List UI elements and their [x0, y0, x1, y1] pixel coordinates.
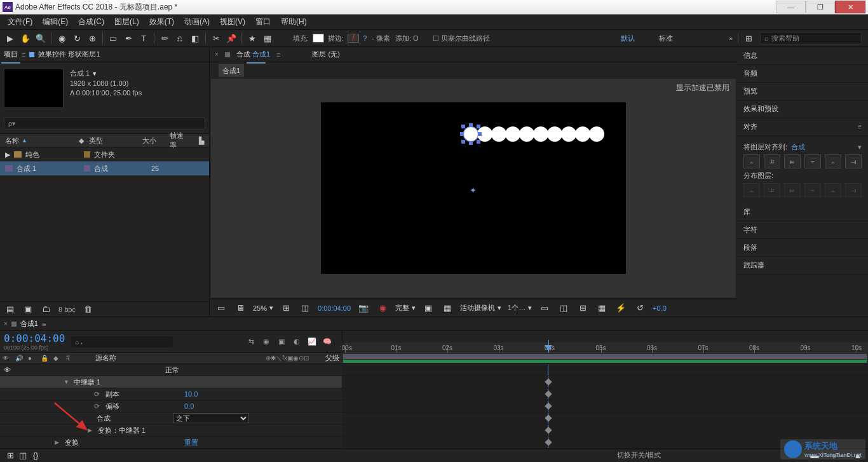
zoom-dropdown[interactable]: 25% ▾: [253, 304, 273, 312]
viewer-tab-comp[interactable]: 合成 合成1: [236, 50, 270, 59]
camera-dropdown[interactable]: 活动摄像机 ▾: [460, 303, 501, 313]
help-search-input[interactable]: ⌕ 搜索帮助: [760, 32, 862, 44]
close-button[interactable]: ✕: [835, 1, 865, 13]
view-count-dropdown[interactable]: 1个… ▾: [508, 303, 532, 313]
tab-project[interactable]: 项目: [4, 50, 18, 59]
brain-icon[interactable]: 🧠: [322, 336, 333, 348]
eye-icon[interactable]: 👁: [4, 366, 11, 374]
pen-tool-icon[interactable]: ✒: [122, 32, 135, 44]
timeline-icon[interactable]: ↺: [634, 302, 646, 315]
bpc-toggle[interactable]: 8 bpc: [57, 306, 77, 313]
index-col[interactable]: #: [66, 355, 75, 362]
dropdown-icon[interactable]: ▼: [92, 71, 97, 77]
canvas-area[interactable]: 显示加速已禁用 ✦: [211, 79, 736, 297]
search-panel-icon[interactable]: ⊞: [742, 32, 755, 44]
panel-library[interactable]: 库: [737, 203, 868, 221]
panel-menu-icon[interactable]: ≡: [858, 123, 862, 130]
view3-icon[interactable]: ⊞: [576, 302, 589, 315]
lock-col-icon[interactable]: 🔒: [41, 355, 50, 362]
workspace-standard[interactable]: 标准: [658, 34, 674, 43]
selection-handle[interactable]: [469, 123, 473, 127]
mask-toggle-icon[interactable]: ◫: [299, 302, 311, 315]
dist-left-button[interactable]: ⫠: [743, 183, 760, 197]
align-to-dropdown[interactable]: 合成: [791, 142, 805, 152]
menu-view[interactable]: 视图(V): [215, 15, 250, 29]
stroke-width[interactable]: ?: [362, 34, 368, 42]
tab-close-icon[interactable]: ×: [215, 51, 219, 58]
current-time[interactable]: 0:00:04:00: [318, 304, 351, 312]
expand-arrow-icon[interactable]: ▶: [55, 439, 62, 445]
panel-align[interactable]: 对齐≡: [737, 118, 868, 136]
brush-tool-icon[interactable]: ✏: [158, 32, 171, 44]
property-value[interactable]: 10.0: [178, 390, 198, 398]
timeline-property-row[interactable]: ▶变换：中继器 1: [0, 425, 342, 437]
timecode-display[interactable]: 0:00:04:00: [4, 332, 65, 344]
timeline-tab[interactable]: 合成1: [20, 319, 38, 329]
rect-tool-icon[interactable]: ▭: [107, 32, 119, 44]
expand-icon[interactable]: ▶: [5, 151, 10, 159]
star-icon[interactable]: ★: [246, 32, 259, 44]
align-hcenter-button[interactable]: ⫡: [764, 154, 780, 168]
timeline-property-row[interactable]: 合成之下: [0, 412, 342, 425]
toggle-switches-modes[interactable]: 切换开关/模式: [616, 451, 662, 460]
project-search-input[interactable]: ρ▾: [4, 117, 205, 130]
align-right-button[interactable]: ⫢: [784, 154, 801, 168]
keyframe-icon[interactable]: [545, 402, 552, 409]
speaker-col-icon[interactable]: 🔊: [15, 355, 24, 362]
bezier-checkbox[interactable]: ☐ 贝塞尔曲线路径: [431, 34, 491, 43]
puppet-tool-icon[interactable]: 📌: [225, 32, 238, 44]
menu-help[interactable]: 帮助(H): [276, 15, 312, 29]
project-row-solids[interactable]: ▶纯色 文件夹: [0, 147, 209, 161]
dist-hcenter-button[interactable]: ⫡: [764, 183, 780, 197]
panel-tracker[interactable]: 跟踪器: [737, 257, 868, 275]
anchor-tool-icon[interactable]: ⊕: [86, 32, 98, 44]
menu-animation[interactable]: 动画(A): [179, 15, 215, 29]
menu-file[interactable]: 文件(F): [3, 15, 37, 29]
comp-thumbnail[interactable]: [4, 69, 64, 108]
dropdown-icon[interactable]: ▾: [858, 143, 862, 151]
col-size[interactable]: 大小: [137, 136, 165, 146]
toggle-modes-icon[interactable]: ◫: [17, 449, 29, 462]
keyframe-icon[interactable]: [545, 414, 552, 421]
add-label[interactable]: 添加: O: [394, 34, 420, 43]
label-col-icon[interactable]: ◆: [53, 355, 62, 362]
roi-icon[interactable]: ▣: [422, 302, 435, 315]
workspace-default[interactable]: 默认: [620, 34, 636, 43]
new-comp-icon[interactable]: ▣: [22, 303, 34, 316]
col-type[interactable]: 类型: [84, 136, 137, 146]
channel-icon[interactable]: ◉: [376, 302, 389, 315]
keyframe-icon[interactable]: [545, 426, 552, 433]
composition-canvas[interactable]: ✦: [321, 102, 626, 274]
time-ruler[interactable]: :00s01s02s03s04s05s06s07s08s09s10s: [342, 331, 868, 353]
selection-handle[interactable]: [477, 125, 480, 128]
exposure-value[interactable]: +0.0: [653, 304, 667, 312]
source-name-col[interactable]: 源名称: [95, 353, 116, 363]
dist-vcenter-button[interactable]: ⫠: [825, 183, 841, 197]
draft3d-icon[interactable]: ◉: [261, 336, 272, 348]
timeline-property-row[interactable]: ⟳偏移0.0: [0, 400, 342, 412]
new-folder-icon[interactable]: 🗀: [39, 303, 52, 316]
zoom-tool-icon[interactable]: 🔍: [34, 32, 47, 44]
magnify-icon[interactable]: ▭: [215, 302, 227, 315]
menu-effect[interactable]: 效果(T): [144, 15, 179, 29]
timeline-track[interactable]: [342, 400, 868, 412]
clone-tool-icon[interactable]: ⎌: [173, 32, 186, 44]
selection-handle[interactable]: [460, 132, 464, 136]
dist-top-button[interactable]: ⫟: [804, 183, 821, 197]
workspace-more-icon[interactable]: »: [728, 34, 734, 42]
keyframe-icon[interactable]: [545, 378, 552, 385]
rotate-tool-icon[interactable]: ↻: [71, 32, 83, 44]
panel-audio[interactable]: 音频: [737, 65, 868, 83]
text-tool-icon[interactable]: T: [137, 32, 150, 44]
viewer-subtab[interactable]: 合成1: [219, 64, 244, 77]
panel-character[interactable]: 字符: [737, 221, 868, 239]
timeline-track[interactable]: [342, 388, 868, 400]
anchor-point-icon[interactable]: ✦: [470, 186, 477, 195]
flowchart-icon[interactable]: ▙: [194, 137, 209, 145]
grid-icon[interactable]: ▦: [261, 32, 274, 44]
timeline-track[interactable]: [342, 425, 868, 437]
selection-tool-icon[interactable]: ▶: [4, 32, 17, 44]
tab-menu-icon[interactable]: ≡: [276, 51, 280, 58]
selection-handle[interactable]: [477, 140, 480, 144]
minimize-button[interactable]: ―: [776, 1, 806, 13]
